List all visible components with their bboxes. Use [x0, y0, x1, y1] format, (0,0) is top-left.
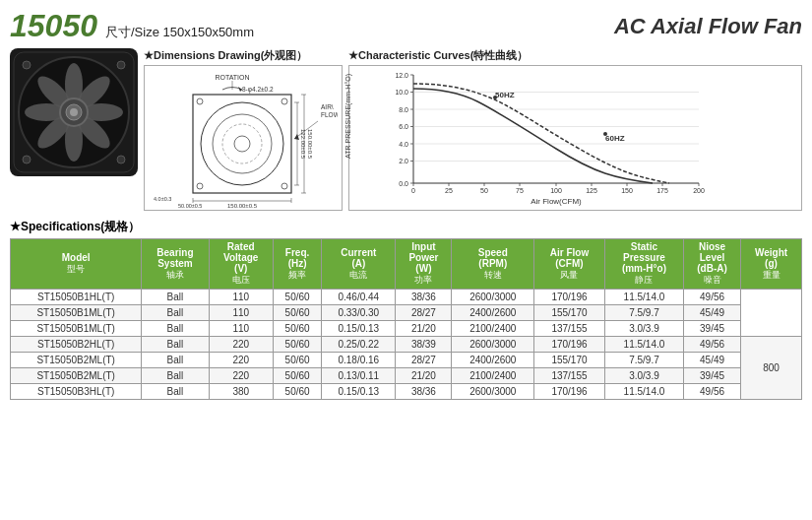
table-cell: 50/60	[273, 290, 321, 305]
table-cell: 2400/2600	[452, 305, 534, 321]
svg-point-22	[201, 102, 283, 185]
table-cell: Ball	[142, 384, 209, 400]
specs-section: ★Specifications(规格） Model型号 BearingSyste…	[10, 219, 802, 400]
table-cell: 11.5/14.0	[604, 290, 683, 305]
table-cell: Ball	[142, 368, 209, 384]
table-cell: ST15050B2ML(T)	[11, 368, 142, 384]
svg-text:75: 75	[516, 187, 524, 194]
svg-text:0.0: 0.0	[399, 180, 408, 187]
fan-image	[10, 48, 138, 176]
table-row: ST15050B3HL(T)Ball38050/600.15/0.1338/36…	[11, 384, 802, 400]
table-cell: ST15050B2HL(T)	[11, 337, 142, 353]
svg-text:60HZ: 60HZ	[605, 134, 625, 143]
svg-text:4.0: 4.0	[399, 141, 408, 148]
svg-point-26	[197, 98, 203, 104]
svg-text:50: 50	[480, 187, 488, 194]
table-cell: 11.5/14.0	[604, 337, 683, 353]
svg-point-23	[213, 114, 272, 173]
table-cell: 0.46/0.44	[322, 290, 396, 305]
table-cell: 2100/2400	[452, 368, 534, 384]
svg-point-28	[197, 183, 203, 189]
svg-point-91	[603, 132, 607, 136]
table-cell: 7.5/9.7	[604, 305, 683, 321]
svg-text:FLOW: FLOW	[321, 111, 338, 118]
table-row: ST15050B2ML(T)Ball22050/600.13/0.1121/20…	[11, 368, 802, 384]
y-axis-label: ATR PRESSURE(mm-H°O)	[344, 74, 351, 159]
table-cell: ST15050B2ML(T)	[11, 353, 142, 368]
svg-point-27	[281, 98, 287, 104]
svg-text:50.00±0.5: 50.00±0.5	[178, 203, 202, 209]
svg-text:125: 125	[586, 187, 597, 194]
table-cell: 21/20	[396, 368, 452, 384]
table-cell: 170/196	[534, 337, 605, 353]
svg-text:Air Flow(CFM): Air Flow(CFM)	[531, 197, 582, 206]
table-cell: 2600/3000	[452, 384, 534, 400]
content-top: ★Dimensions Drawing(外观图） ROTATION 8-φ4.2…	[10, 48, 802, 211]
table-cell: 2600/3000	[452, 337, 534, 353]
svg-text:12.0: 12.0	[395, 72, 408, 79]
chart-area: ATR PRESSURE(mm-H°O) 12.0 10.0 8.0	[348, 65, 802, 211]
svg-point-3	[117, 61, 125, 69]
table-cell: Ball	[142, 290, 209, 305]
svg-text:25: 25	[445, 187, 453, 194]
table-row: ST15050B1ML(T)Ball11050/600.15/0.1321/20…	[11, 321, 802, 337]
table-cell: 0.13/0.11	[322, 368, 396, 384]
specs-title: ★Specifications(规格）	[10, 219, 802, 235]
table-cell: 38/36	[396, 384, 452, 400]
header: 15050 尺寸/Size 150x150x50mm AC Axial Flow…	[10, 8, 802, 44]
svg-text:150: 150	[621, 187, 633, 194]
svg-text:175: 175	[656, 187, 668, 194]
svg-rect-21	[193, 95, 291, 193]
table-cell: 2400/2600	[452, 353, 534, 368]
col-power: InputPower(W)功率	[396, 239, 452, 290]
table-cell: 170/196	[534, 384, 605, 400]
table-cell: 220	[209, 337, 273, 353]
table-cell: 38/39	[396, 337, 452, 353]
svg-text:50HZ: 50HZ	[495, 91, 515, 99]
table-cell: Ball	[142, 321, 209, 337]
svg-text:0: 0	[411, 187, 415, 194]
fan-svg	[12, 50, 136, 174]
table-cell: 50/60	[273, 353, 321, 368]
table-cell: 2100/2400	[452, 321, 534, 337]
table-header-row-1: Model型号 BearingSystem轴承 RatedVoltage(V)电…	[11, 239, 802, 290]
table-cell: 45/49	[684, 353, 741, 368]
curves-title: ★Characteristic Curves(特性曲线）	[348, 48, 802, 63]
table-cell: ST15050B3HL(T)	[11, 384, 142, 400]
table-cell: 2600/3000	[452, 290, 534, 305]
table-cell: ST15050B1ML(T)	[11, 321, 142, 337]
svg-text:6.0: 6.0	[399, 123, 408, 130]
table-cell: 170/196	[534, 290, 605, 305]
col-speed: Speed(RPM)转速	[452, 239, 534, 290]
svg-text:100: 100	[550, 187, 562, 194]
table-cell: 110	[209, 305, 273, 321]
svg-text:8-φ4.2±0.2: 8-φ4.2±0.2	[242, 86, 274, 94]
table-cell: Ball	[142, 305, 209, 321]
svg-text:2.0: 2.0	[399, 158, 408, 164]
chart-section: ★Characteristic Curves(特性曲线） ATR PRESSUR…	[348, 48, 802, 211]
table-cell: 137/155	[534, 368, 605, 384]
svg-text:ROTATION: ROTATION	[215, 74, 249, 81]
col-current: Current(A)电流	[322, 239, 396, 290]
table-cell: Ball	[142, 337, 209, 353]
table-cell: 11.5/14.0	[604, 384, 683, 400]
svg-text:4.0±0.3: 4.0±0.3	[154, 196, 171, 202]
svg-text:8.0: 8.0	[399, 106, 408, 113]
table-cell: 0.15/0.13	[322, 321, 396, 337]
table-cell: 45/49	[684, 305, 741, 321]
table-row: ST15050B1HL(T)Ball11050/600.46/0.4438/36…	[11, 290, 802, 305]
table-cell: 21/20	[396, 321, 452, 337]
table-cell: 38/36	[396, 290, 452, 305]
table-cell: 3.0/3.9	[604, 368, 683, 384]
table-cell: 0.15/0.13	[322, 384, 396, 400]
table-cell: 137/155	[534, 321, 605, 337]
table-row: ST15050B1ML(T)Ball11050/600.33/0.3028/27…	[11, 305, 802, 321]
table-cell: ST15050B1HL(T)	[11, 290, 142, 305]
svg-point-90	[493, 96, 497, 99]
specs-table: Model型号 BearingSystem轴承 RatedVoltage(V)电…	[10, 238, 802, 400]
model-number: 15050	[10, 8, 97, 44]
col-airflow: Air Flow(CFM)风量	[534, 239, 605, 290]
table-cell: 50/60	[273, 384, 321, 400]
table-cell	[741, 290, 802, 337]
table-cell: ST15050B1ML(T)	[11, 305, 142, 321]
